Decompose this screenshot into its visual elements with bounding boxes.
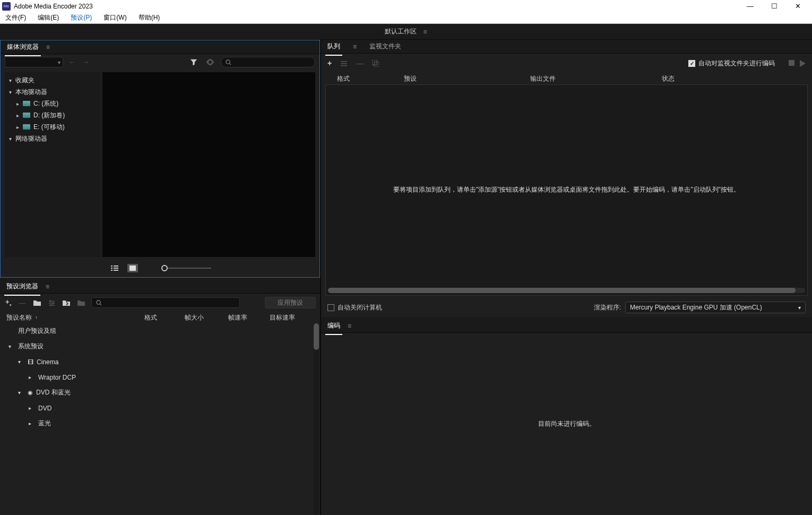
preset-label: Cinema: [37, 358, 58, 366]
queue-drop-area[interactable]: 要将项目添加到队列，请单击"添加源"按钮或者从媒体浏览器或桌面将文件拖到此处。要…: [325, 84, 808, 296]
window-title: Adobe Media Encoder 2023: [14, 3, 93, 10]
duplicate-item-icon[interactable]: [372, 60, 379, 67]
preset-cat-cinema[interactable]: ▾🎞Cinema: [2, 354, 318, 370]
auto-shutdown-checkbox[interactable]: [327, 304, 334, 311]
renderer-label: 渲染程序:: [594, 303, 621, 312]
svg-rect-17: [341, 61, 347, 62]
maximize-button[interactable]: ☐: [762, 0, 786, 12]
menu-help[interactable]: 帮助(H): [136, 12, 162, 23]
menu-file[interactable]: 文件(F): [3, 12, 28, 23]
workspace-menu-icon[interactable]: ≡: [423, 28, 427, 36]
svg-rect-22: [789, 60, 794, 66]
preset-group-user[interactable]: 用户预设及组: [2, 323, 318, 339]
svg-line-1: [229, 63, 231, 65]
visibility-icon[interactable]: [204, 59, 217, 65]
thumbnail-view-button[interactable]: [127, 264, 138, 272]
close-button[interactable]: ✕: [786, 0, 810, 12]
tree-drive-c[interactable]: ▸C: (系统): [5, 98, 100, 109]
menu-window[interactable]: 窗口(W): [101, 12, 128, 23]
preset-item-wraptor[interactable]: ▸Wraptor DCP: [2, 370, 318, 385]
remove-item-icon[interactable]: —: [356, 59, 364, 67]
preset-settings-icon[interactable]: [47, 299, 56, 306]
panel-menu-icon[interactable]: ≡: [353, 43, 357, 50]
preset-headers: 预设名称↑ 格式 帧大小 帧速率 目标速率: [0, 312, 320, 323]
preset-cat-dvd-bluray[interactable]: ▾◉DVD 和蓝光: [2, 385, 318, 400]
filter-icon[interactable]: [188, 58, 200, 66]
media-browser-tab[interactable]: 媒体浏览器: [5, 40, 41, 54]
remove-preset-icon[interactable]: —: [18, 299, 27, 307]
tree-label: C: (系统): [33, 99, 58, 108]
header-name[interactable]: 预设名称: [6, 313, 32, 322]
encoding-panel: 编码 ≡ 目前尚未进行编码。: [321, 319, 812, 515]
svg-rect-6: [111, 270, 113, 271]
menu-preset[interactable]: 预设(P): [68, 12, 94, 23]
svg-rect-10: [49, 303, 55, 303]
window-titlebar: Me Adobe Media Encoder 2023 — ☐ ✕: [0, 0, 812, 12]
header-frame-size[interactable]: 帧大小: [185, 313, 228, 322]
tree-local-drives[interactable]: ▾本地驱动器: [5, 86, 100, 98]
preset-scrollbar[interactable]: [314, 323, 319, 515]
thumbnail-size-slider[interactable]: [163, 268, 211, 269]
list-view-button[interactable]: [109, 264, 120, 272]
stop-queue-button[interactable]: [789, 60, 794, 67]
path-dropdown[interactable]: ▾: [5, 57, 63, 67]
nav-forward-icon[interactable]: →: [81, 58, 91, 66]
queue-panel: 队列 ≡ 监视文件夹 + — ✓ 自动对监视文件夹进行编码: [321, 40, 812, 317]
menu-bar: 文件(F) 编辑(E) 预设(P) 窗口(W) 帮助(H): [0, 12, 812, 24]
queue-header-status[interactable]: 状态: [662, 74, 694, 83]
svg-rect-9: [49, 301, 55, 301]
panel-menu-icon[interactable]: ≡: [46, 283, 49, 290]
svg-rect-3: [114, 265, 118, 267]
queue-empty-message: 要将项目添加到队列，请单击"添加源"按钮或者从媒体浏览器或桌面将文件拖到此处。要…: [342, 185, 791, 195]
svg-rect-12: [49, 300, 50, 302]
header-frame-rate[interactable]: 帧速率: [228, 313, 270, 322]
new-folder-icon[interactable]: [32, 299, 42, 306]
tree-drive-d[interactable]: ▸D: (新加卷): [5, 109, 100, 121]
media-preview-pane: [102, 72, 315, 257]
tab-queue[interactable]: 队列: [325, 40, 342, 53]
auto-shutdown-label: 自动关闭计算机: [338, 303, 382, 312]
preset-list: 用户预设及组 ▾系统预设 ▾🎞Cinema ▸Wraptor DCP ▾◉DVD…: [0, 323, 320, 515]
renderer-dropdown[interactable]: Mercury Playback Engine GPU 加速 (OpenCL) …: [625, 302, 806, 313]
preset-item-bluray[interactable]: ▸蓝光: [2, 416, 318, 431]
tab-watch-folders[interactable]: 监视文件夹: [367, 40, 403, 53]
drive-icon: [23, 101, 30, 106]
preset-group-system[interactable]: ▾系统预设: [2, 339, 318, 354]
queue-header-preset[interactable]: 预设: [404, 74, 530, 83]
tree-network-drives[interactable]: ▾网络驱动器: [5, 133, 100, 144]
tree-drive-e[interactable]: ▸E: (可移动): [5, 121, 100, 133]
apply-preset-button[interactable]: 应用预设: [265, 297, 316, 308]
import-preset-icon[interactable]: [62, 299, 71, 306]
panel-menu-icon[interactable]: ≡: [46, 44, 50, 51]
workspace-default-label[interactable]: 默认工作区: [385, 27, 417, 36]
encoding-tab[interactable]: 编码: [325, 319, 342, 332]
svg-rect-18: [341, 63, 347, 64]
add-source-button[interactable]: +: [327, 59, 332, 67]
minimize-button[interactable]: —: [738, 0, 762, 12]
auto-encode-checkbox[interactable]: ✓: [688, 60, 695, 67]
svg-point-0: [226, 59, 230, 63]
preset-label: 蓝光: [38, 419, 51, 428]
queue-header-output[interactable]: 输出文件: [530, 74, 662, 83]
panel-menu-icon[interactable]: ≡: [348, 322, 351, 330]
menu-edit[interactable]: 编辑(E): [36, 12, 61, 23]
queue-settings-icon[interactable]: [340, 59, 348, 67]
export-preset-icon[interactable]: [76, 299, 86, 306]
header-target-rate[interactable]: 目标速率: [270, 313, 301, 322]
add-preset-icon[interactable]: +▾: [4, 298, 13, 307]
chevron-down-icon: ▾: [798, 305, 801, 311]
preset-browser-panel: 预设浏览器 ≡ +▾ —: [0, 280, 320, 515]
tree-label: E: (可移动): [33, 123, 65, 132]
preset-label: DVD 和蓝光: [36, 388, 71, 397]
nav-back-icon[interactable]: ←: [67, 58, 77, 66]
media-browser-panel: 媒体浏览器 ≡ ▾ ← → ▾收藏夹: [0, 40, 320, 278]
preset-browser-tab[interactable]: 预设浏览器: [4, 280, 40, 293]
start-queue-button[interactable]: [800, 60, 806, 67]
queue-header-format[interactable]: 格式: [337, 74, 404, 83]
preset-item-dvd[interactable]: ▸DVD: [2, 400, 318, 416]
tree-favorites[interactable]: ▾收藏夹: [5, 74, 100, 86]
preset-search-input[interactable]: [91, 297, 240, 308]
header-format[interactable]: 格式: [144, 313, 185, 322]
queue-h-scrollbar[interactable]: [328, 288, 805, 293]
media-search-input[interactable]: [221, 57, 315, 67]
